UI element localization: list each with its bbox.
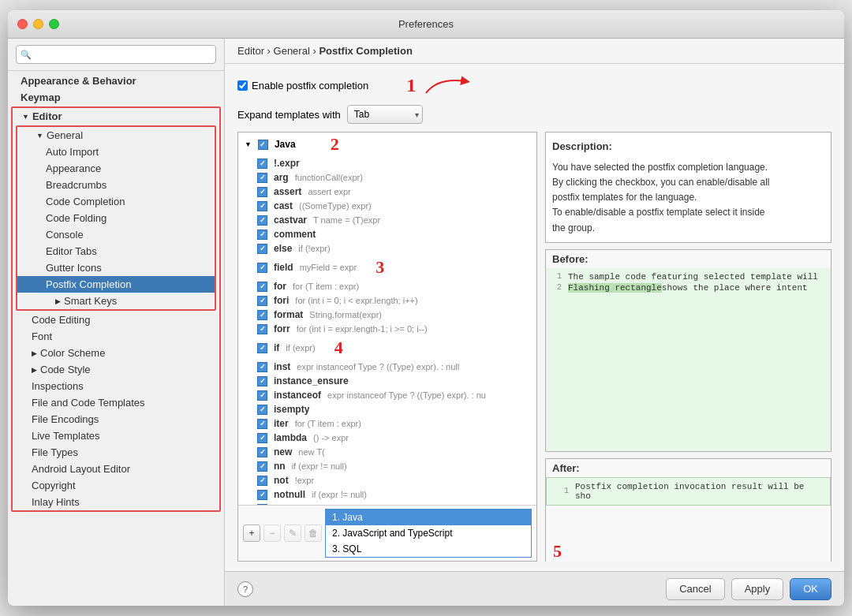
sidebar-item-color-scheme[interactable]: Color Scheme bbox=[13, 345, 219, 361]
dropdown-js-ts[interactable]: 2. JavaScript and TypeScript bbox=[326, 525, 531, 541]
tree-item-instance-ensure[interactable]: instance_ensure bbox=[238, 374, 536, 388]
item-name: not bbox=[274, 475, 289, 486]
field-checkbox[interactable] bbox=[257, 263, 267, 273]
fori-checkbox[interactable] bbox=[257, 296, 267, 306]
enable-postfix-label[interactable]: Enable postfix completion bbox=[237, 80, 368, 91]
sidebar-item-code-editing[interactable]: Code Editing bbox=[13, 312, 219, 328]
tree-item-forr[interactable]: forr for (int i = expr.length-1; i >= 0;… bbox=[238, 322, 536, 336]
tree-item-format[interactable]: format String.format(expr) bbox=[238, 308, 536, 322]
instanceof-checkbox[interactable] bbox=[257, 390, 267, 401]
ok-button[interactable]: OK bbox=[790, 578, 831, 600]
tree-item-assert[interactable]: assert assert expr bbox=[238, 185, 536, 199]
tree-item-fori[interactable]: fori for (int i = 0; i < expr.length; i+… bbox=[238, 293, 536, 308]
else-checkbox[interactable] bbox=[257, 244, 267, 254]
expand-select[interactable]: Tab Enter Tab or Enter bbox=[347, 105, 423, 124]
java-group-checkbox[interactable] bbox=[258, 140, 268, 150]
not-checkbox[interactable] bbox=[257, 476, 267, 486]
delete-button[interactable]: 🗑 bbox=[305, 525, 322, 542]
sidebar-item-gutter-icons[interactable]: Gutter Icons bbox=[17, 259, 215, 276]
sidebar-item-editor-tabs[interactable]: Editor Tabs bbox=[17, 243, 215, 259]
tree-item-comment[interactable]: comment bbox=[238, 227, 536, 241]
sidebar-item-appearance[interactable]: Appearance bbox=[17, 160, 215, 177]
inst-checkbox[interactable] bbox=[257, 362, 267, 372]
minimize-button[interactable] bbox=[33, 19, 43, 29]
sidebar-item-file-code-templates[interactable]: File and Code Templates bbox=[13, 394, 219, 411]
apply-button[interactable]: Apply bbox=[731, 578, 784, 600]
sidebar-item-breadcrumbs[interactable]: Breadcrumbs bbox=[17, 177, 215, 193]
tree-item-lexpr[interactable]: !.expr bbox=[238, 156, 536, 170]
tree-item-iter[interactable]: iter for (T item : expr) bbox=[238, 416, 536, 431]
sidebar-item-postfix-completion[interactable]: Postfix Completion bbox=[17, 276, 215, 293]
sidebar-item-file-types[interactable]: File Types bbox=[13, 444, 219, 461]
maximize-button[interactable] bbox=[49, 19, 59, 29]
notnull-checkbox[interactable] bbox=[257, 490, 267, 500]
sidebar-item-code-completion[interactable]: Code Completion bbox=[17, 193, 215, 210]
instance-ensure-checkbox[interactable] bbox=[257, 376, 267, 386]
sidebar-item-general[interactable]: General bbox=[17, 127, 215, 144]
iter-checkbox[interactable] bbox=[257, 419, 267, 429]
add-button[interactable]: + bbox=[243, 525, 260, 542]
dropdown-sql[interactable]: 3. SQL bbox=[326, 541, 531, 557]
tree-item-castvar[interactable]: castvar T name = (T)expr bbox=[238, 213, 536, 227]
tree-item-java-group[interactable]: Java 2 bbox=[238, 133, 536, 156]
edit-icon: ✎ bbox=[289, 528, 297, 539]
arg-checkbox[interactable] bbox=[257, 173, 267, 183]
sidebar-item-file-encodings[interactable]: File Encodings bbox=[13, 411, 219, 427]
tree-item-new[interactable]: new new T( bbox=[238, 445, 536, 459]
tree-item-lambda[interactable]: lambda () -> expr bbox=[238, 431, 536, 445]
tree-item-notnull[interactable]: notnull if (expr != null) bbox=[238, 487, 536, 502]
tree-item-field[interactable]: field myField = expr 3 bbox=[238, 256, 536, 279]
sidebar-label: File and Code Templates bbox=[32, 397, 145, 409]
tree-item-instanceof[interactable]: instanceof expr instanceof Type ? ((Type… bbox=[238, 388, 536, 402]
tree-item-for[interactable]: for for (T item : expr) bbox=[238, 279, 536, 293]
sidebar-item-appearance-behavior[interactable]: Appearance & Behavior bbox=[8, 73, 224, 89]
cast-checkbox[interactable] bbox=[257, 201, 267, 211]
if-checkbox[interactable] bbox=[257, 343, 267, 353]
for-checkbox[interactable] bbox=[257, 282, 267, 292]
help-button[interactable]: ? bbox=[237, 581, 253, 597]
lexpr-checkbox[interactable] bbox=[257, 159, 267, 169]
tree-item-if[interactable]: if if (expr) 4 bbox=[238, 336, 536, 360]
tree-item-not[interactable]: not !expr bbox=[238, 473, 536, 487]
sidebar-item-inspections[interactable]: Inspections bbox=[13, 378, 219, 394]
tree-item-else[interactable]: else if (!expr) bbox=[238, 241, 536, 256]
bottom-right: Cancel Apply OK bbox=[666, 578, 831, 600]
sidebar-item-copyright[interactable]: Copyright bbox=[13, 477, 219, 494]
sidebar-item-inlay-hints[interactable]: Inlay Hints bbox=[13, 494, 219, 510]
sidebar-item-editor[interactable]: Editor bbox=[13, 108, 219, 125]
edit-button[interactable]: ✎ bbox=[284, 525, 301, 542]
comment-checkbox[interactable] bbox=[257, 230, 267, 240]
dropdown-java[interactable]: 1. Java bbox=[326, 510, 531, 525]
cancel-button[interactable]: Cancel bbox=[666, 578, 724, 600]
sidebar-item-android-layout[interactable]: Android Layout Editor bbox=[13, 461, 219, 477]
search-input[interactable] bbox=[16, 45, 216, 64]
tree-item-arg[interactable]: arg functionCall(expr) bbox=[238, 170, 536, 185]
sidebar-item-live-templates[interactable]: Live Templates bbox=[13, 427, 219, 444]
sidebar-label: Code Folding bbox=[46, 212, 106, 224]
nn-checkbox[interactable] bbox=[257, 461, 267, 472]
tree-item-inst[interactable]: inst expr instanceof Type ? ((Type) expr… bbox=[238, 360, 536, 374]
sidebar-item-code-style[interactable]: Code Style bbox=[13, 361, 219, 378]
close-button[interactable] bbox=[17, 19, 28, 29]
remove-button[interactable]: − bbox=[263, 525, 281, 542]
lambda-checkbox[interactable] bbox=[257, 433, 267, 443]
tree-item-isempty[interactable]: isempty bbox=[238, 402, 536, 416]
tree-item-cast[interactable]: cast ((SomeType) expr) bbox=[238, 199, 536, 213]
format-checkbox[interactable] bbox=[257, 310, 267, 320]
sidebar-item-console[interactable]: Console bbox=[17, 226, 215, 243]
assert-checkbox[interactable] bbox=[257, 187, 267, 197]
item-name: format bbox=[274, 309, 303, 320]
sidebar-item-font[interactable]: Font bbox=[13, 328, 219, 345]
enable-postfix-checkbox[interactable] bbox=[237, 80, 248, 91]
isempty-checkbox[interactable] bbox=[257, 405, 267, 415]
line-number: 1 bbox=[546, 272, 568, 281]
sidebar-item-auto-import[interactable]: Auto Import bbox=[17, 144, 215, 160]
item-name: field bbox=[274, 262, 293, 273]
new-checkbox[interactable] bbox=[257, 447, 267, 457]
sidebar-item-code-folding[interactable]: Code Folding bbox=[17, 210, 215, 226]
castvar-checkbox[interactable] bbox=[257, 215, 267, 226]
tree-item-nn[interactable]: nn if (expr != null) bbox=[238, 459, 536, 473]
sidebar-item-smart-keys[interactable]: Smart Keys bbox=[17, 293, 215, 309]
sidebar-item-keymap[interactable]: Keymap bbox=[8, 89, 224, 106]
forr-checkbox[interactable] bbox=[257, 324, 267, 334]
